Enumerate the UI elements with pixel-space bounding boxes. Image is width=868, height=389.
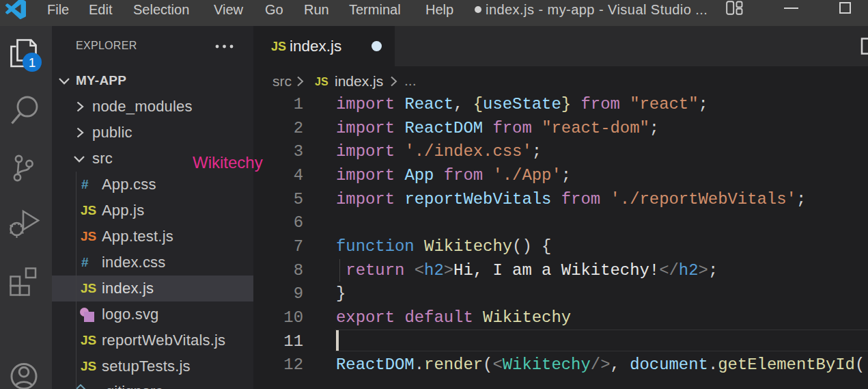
svg-text:1: 1: [29, 55, 36, 70]
